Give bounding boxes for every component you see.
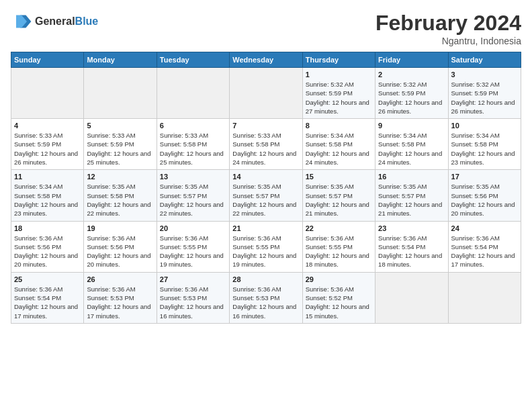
calendar-cell	[84, 68, 157, 119]
calendar-week-4: 18Sunrise: 5:36 AM Sunset: 5:56 PM Dayli…	[11, 221, 521, 272]
day-info: Sunrise: 5:36 AM Sunset: 5:53 PM Dayligh…	[160, 285, 226, 320]
day-info: Sunrise: 5:36 AM Sunset: 5:52 PM Dayligh…	[306, 285, 372, 320]
day-info: Sunrise: 5:35 AM Sunset: 5:57 PM Dayligh…	[232, 182, 299, 218]
calendar-cell: 4Sunrise: 5:33 AM Sunset: 5:59 PM Daylig…	[11, 119, 84, 170]
calendar-cell: 15Sunrise: 5:35 AM Sunset: 5:57 PM Dayli…	[302, 170, 375, 221]
logo: GeneralBlue	[11, 11, 98, 32]
day-info: Sunrise: 5:34 AM Sunset: 5:58 PM Dayligh…	[14, 182, 81, 218]
day-number: 9	[378, 122, 445, 130]
day-number: 20	[160, 224, 226, 232]
day-info: Sunrise: 5:33 AM Sunset: 5:58 PM Dayligh…	[232, 131, 299, 167]
logo-text: GeneralBlue	[35, 15, 98, 28]
location: Ngantru, Indonesia	[375, 36, 521, 46]
day-info: Sunrise: 5:35 AM Sunset: 5:57 PM Dayligh…	[306, 182, 372, 218]
day-info: Sunrise: 5:36 AM Sunset: 5:55 PM Dayligh…	[160, 234, 226, 269]
day-number: 17	[451, 173, 518, 181]
day-info: Sunrise: 5:36 AM Sunset: 5:56 PM Dayligh…	[87, 234, 153, 269]
day-info: Sunrise: 5:35 AM Sunset: 5:57 PM Dayligh…	[378, 182, 445, 218]
calendar-week-2: 4Sunrise: 5:33 AM Sunset: 5:59 PM Daylig…	[11, 119, 521, 170]
day-info: Sunrise: 5:36 AM Sunset: 5:54 PM Dayligh…	[378, 234, 445, 269]
calendar-cell: 2Sunrise: 5:32 AM Sunset: 5:59 PM Daylig…	[375, 68, 448, 119]
day-info: Sunrise: 5:33 AM Sunset: 5:59 PM Dayligh…	[87, 131, 153, 167]
day-number: 23	[378, 224, 445, 232]
calendar-cell: 27Sunrise: 5:36 AM Sunset: 5:53 PM Dayli…	[157, 272, 229, 323]
page-header: GeneralBlue February 2024 Ngantru, Indon…	[11, 11, 521, 46]
day-number: 22	[306, 224, 372, 232]
day-info: Sunrise: 5:35 AM Sunset: 5:57 PM Dayligh…	[160, 182, 226, 218]
day-number: 13	[160, 173, 226, 181]
day-info: Sunrise: 5:34 AM Sunset: 5:58 PM Dayligh…	[451, 131, 518, 167]
calendar-cell: 14Sunrise: 5:35 AM Sunset: 5:57 PM Dayli…	[230, 170, 302, 221]
day-info: Sunrise: 5:36 AM Sunset: 5:56 PM Dayligh…	[14, 234, 81, 269]
day-info: Sunrise: 5:36 AM Sunset: 5:54 PM Dayligh…	[451, 234, 518, 269]
day-number: 2	[378, 71, 445, 79]
calendar-cell: 5Sunrise: 5:33 AM Sunset: 5:59 PM Daylig…	[84, 119, 157, 170]
calendar-cell	[230, 68, 302, 119]
calendar-cell: 29Sunrise: 5:36 AM Sunset: 5:52 PM Dayli…	[302, 272, 375, 323]
calendar-cell: 12Sunrise: 5:35 AM Sunset: 5:58 PM Dayli…	[84, 170, 157, 221]
day-number: 15	[306, 173, 372, 181]
title-block: February 2024 Ngantru, Indonesia	[375, 11, 521, 46]
day-info: Sunrise: 5:36 AM Sunset: 5:55 PM Dayligh…	[306, 234, 372, 269]
calendar-week-5: 25Sunrise: 5:36 AM Sunset: 5:54 PM Dayli…	[11, 272, 521, 323]
calendar-cell	[375, 272, 448, 323]
calendar-cell: 19Sunrise: 5:36 AM Sunset: 5:56 PM Dayli…	[84, 221, 157, 272]
logo-icon	[11, 11, 32, 32]
calendar-cell: 28Sunrise: 5:36 AM Sunset: 5:53 PM Dayli…	[230, 272, 302, 323]
calendar-cell: 17Sunrise: 5:35 AM Sunset: 5:56 PM Dayli…	[448, 170, 521, 221]
day-number: 3	[451, 71, 518, 79]
day-number: 24	[451, 224, 518, 232]
day-number: 28	[232, 275, 299, 283]
calendar-cell: 1Sunrise: 5:32 AM Sunset: 5:59 PM Daylig…	[302, 68, 375, 119]
calendar-cell: 20Sunrise: 5:36 AM Sunset: 5:55 PM Dayli…	[157, 221, 229, 272]
calendar-cell: 23Sunrise: 5:36 AM Sunset: 5:54 PM Dayli…	[375, 221, 448, 272]
day-number: 4	[14, 122, 81, 130]
calendar-cell: 22Sunrise: 5:36 AM Sunset: 5:55 PM Dayli…	[302, 221, 375, 272]
day-info: Sunrise: 5:36 AM Sunset: 5:53 PM Dayligh…	[87, 285, 153, 320]
day-number: 26	[87, 275, 153, 283]
day-number: 27	[160, 275, 226, 283]
day-info: Sunrise: 5:32 AM Sunset: 5:59 PM Dayligh…	[451, 80, 518, 116]
calendar-header-row: SundayMondayTuesdayWednesdayThursdayFrid…	[11, 52, 521, 68]
day-info: Sunrise: 5:33 AM Sunset: 5:58 PM Dayligh…	[160, 131, 226, 167]
col-header-sunday: Sunday	[11, 52, 84, 68]
day-info: Sunrise: 5:36 AM Sunset: 5:54 PM Dayligh…	[14, 285, 81, 320]
day-info: Sunrise: 5:35 AM Sunset: 5:58 PM Dayligh…	[87, 182, 153, 218]
col-header-monday: Monday	[84, 52, 157, 68]
day-number: 25	[14, 275, 81, 283]
day-number: 7	[232, 122, 299, 130]
day-number: 19	[87, 224, 153, 232]
day-info: Sunrise: 5:34 AM Sunset: 5:58 PM Dayligh…	[378, 131, 445, 167]
day-number: 29	[306, 275, 372, 283]
calendar-cell: 9Sunrise: 5:34 AM Sunset: 5:58 PM Daylig…	[375, 119, 448, 170]
day-number: 5	[87, 122, 153, 130]
day-info: Sunrise: 5:36 AM Sunset: 5:53 PM Dayligh…	[232, 285, 299, 320]
calendar-table: SundayMondayTuesdayWednesdayThursdayFrid…	[11, 52, 521, 324]
calendar-cell: 24Sunrise: 5:36 AM Sunset: 5:54 PM Dayli…	[448, 221, 521, 272]
calendar-cell	[11, 68, 84, 119]
month-title: February 2024	[375, 11, 521, 36]
calendar-cell: 6Sunrise: 5:33 AM Sunset: 5:58 PM Daylig…	[157, 119, 229, 170]
day-number: 6	[160, 122, 226, 130]
day-info: Sunrise: 5:35 AM Sunset: 5:56 PM Dayligh…	[451, 182, 518, 218]
calendar-cell: 13Sunrise: 5:35 AM Sunset: 5:57 PM Dayli…	[157, 170, 229, 221]
day-number: 18	[14, 224, 81, 232]
calendar-cell: 26Sunrise: 5:36 AM Sunset: 5:53 PM Dayli…	[84, 272, 157, 323]
day-number: 14	[232, 173, 299, 181]
day-info: Sunrise: 5:36 AM Sunset: 5:55 PM Dayligh…	[232, 234, 299, 269]
calendar-cell: 11Sunrise: 5:34 AM Sunset: 5:58 PM Dayli…	[11, 170, 84, 221]
calendar-cell	[157, 68, 229, 119]
calendar-cell: 3Sunrise: 5:32 AM Sunset: 5:59 PM Daylig…	[448, 68, 521, 119]
col-header-thursday: Thursday	[302, 52, 375, 68]
calendar-cell: 10Sunrise: 5:34 AM Sunset: 5:58 PM Dayli…	[448, 119, 521, 170]
day-number: 10	[451, 122, 518, 130]
calendar-cell: 7Sunrise: 5:33 AM Sunset: 5:58 PM Daylig…	[230, 119, 302, 170]
calendar-cell: 18Sunrise: 5:36 AM Sunset: 5:56 PM Dayli…	[11, 221, 84, 272]
day-number: 1	[306, 71, 372, 79]
day-number: 8	[306, 122, 372, 130]
calendar-cell: 25Sunrise: 5:36 AM Sunset: 5:54 PM Dayli…	[11, 272, 84, 323]
day-info: Sunrise: 5:33 AM Sunset: 5:59 PM Dayligh…	[14, 131, 81, 167]
col-header-friday: Friday	[375, 52, 448, 68]
day-number: 12	[87, 173, 153, 181]
col-header-saturday: Saturday	[448, 52, 521, 68]
